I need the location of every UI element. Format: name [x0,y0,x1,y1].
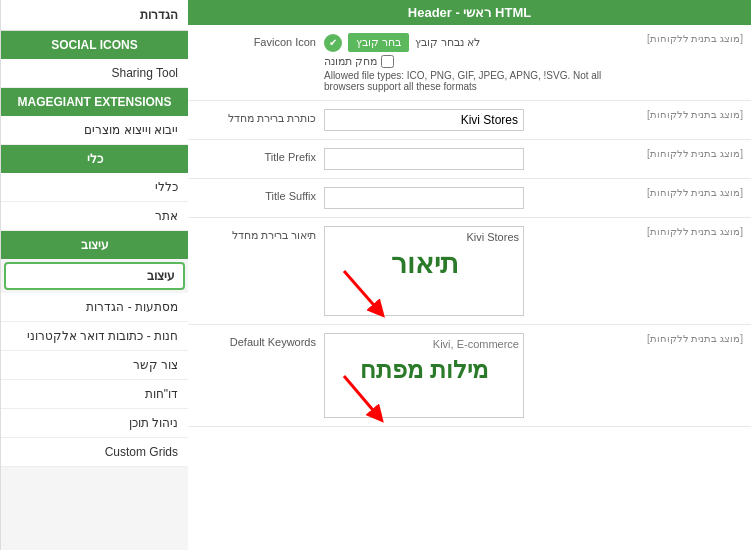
suffix-content [316,185,633,211]
sidebar-item-izuv2[interactable]: צור קשר [1,351,188,380]
title-label: כותרת ברירת מחדל [196,107,316,125]
favicon-row: [מוצג בתנית ללקוחות] ✔ בחר קובץ לא נבחר … [188,25,751,101]
sidebar-item-magegiant[interactable]: ייבוא וייצוא מוצרים [1,116,188,145]
suffix-hint: [מוצג בתנית ללקוחות] [633,185,743,198]
default-title-row: [מוצג בתנית ללקוחות] כותרת ברירת מחדל [188,101,751,140]
sidebar-item-izuv1[interactable]: חנות - כתובות דואר אלקטרוני [1,322,188,351]
title-prefix-row: [מוצג בתנית ללקוחות] Title Prefix [188,140,751,179]
delete-image-row: מחק תמונה [324,55,394,68]
favicon-label: Favicon Icon [196,31,316,48]
sidebar-item-izuv4[interactable]: ניהול תוכן [1,409,188,438]
sidebar-item-sharing-tool[interactable]: Sharing Tool [1,59,188,88]
desc-top-text: Kivi Stores [329,231,519,243]
favicon-content: ✔ בחר קובץ לא נבחר קובץ מחק תמונה Allowe… [316,31,633,94]
delete-image-label: מחק תמונה [324,55,377,68]
file-row: ✔ בחר קובץ לא נבחר קובץ [324,33,480,52]
red-arrow-desc [334,261,394,321]
title-hint: [מוצג בתנית ללקוחות] [633,107,743,120]
no-file-label: לא נבחר קובץ [415,36,480,49]
title-suffix-row: [מוצג בתנית ללקוחות] Title Suffix [188,179,751,218]
desc-label: תיאור ברירת מחדל [196,224,316,242]
title-suffix-input[interactable] [324,187,524,209]
default-title-input[interactable] [324,109,524,131]
svg-line-3 [344,376,378,416]
sidebar: הגדרות SOCIAL ICONS Sharing Tool MAGEGIA… [0,0,188,550]
keywords-box-container: Kivi, E-commerce מילות מפתח [324,333,524,418]
sidebar-item-kli1[interactable]: כללי [1,173,188,202]
sidebar-item-izuv3[interactable]: דו"חות [1,380,188,409]
kw-hint: [מוצג בתנית ללקוחות] [633,331,743,344]
desc-hint: [מוצג בתנית ללקוחות] [633,224,743,237]
main-content: HTML ראשי - Header [מוצג בתנית ללקוחות] … [188,0,751,550]
sidebar-item-izuv-active[interactable]: עיצוב [4,262,185,290]
file-types-text: Allowed file types: ICO, PNG, GIF, JPEG,… [324,70,625,92]
kw-label: Default Keywords [196,331,316,348]
favicon-hint: [מוצג בתנית ללקוחות] [633,31,743,44]
sidebar-item-izuv5[interactable]: Custom Grids [1,438,188,467]
desc-content: Kivi Stores תיאור [316,224,633,318]
red-arrow-kw [334,368,394,423]
page-header: HTML ראשי - Header [188,0,751,25]
izuv-header: עיצוב [1,231,188,259]
keywords-row: [מוצג בתנית ללקוחות] Kivi, E-commerce מי… [188,325,751,427]
title-content [316,107,633,133]
sidebar-item-izuv0[interactable]: מסתעות - הגדרות [1,293,188,322]
file-upload-icon: ✔ [324,34,342,52]
kw-top-text: Kivi, E-commerce [329,338,519,350]
prefix-content [316,146,633,172]
social-icons-header: SOCIAL ICONS [1,31,188,59]
kli-header: כלי [1,145,188,173]
sidebar-item-kli2[interactable]: אתר [1,202,188,231]
prefix-hint: [מוצג בתנית ללקוחות] [633,146,743,159]
prefix-label: Title Prefix [196,146,316,163]
kw-content: Kivi, E-commerce מילות מפתח [316,331,633,420]
sidebar-top-title: הגדרות [1,0,188,31]
suffix-label: Title Suffix [196,185,316,202]
magegiant-header: MAGEGIANT EXTENSIONS [1,88,188,116]
svg-line-1 [344,271,379,311]
title-prefix-input[interactable] [324,148,524,170]
delete-image-checkbox[interactable] [381,55,394,68]
description-row: [מוצג בתנית ללקוחות] Kivi Stores תיאור [188,218,751,325]
description-box-container: Kivi Stores תיאור [324,226,524,316]
form-area: [מוצג בתנית ללקוחות] ✔ בחר קובץ לא נבחר … [188,25,751,550]
choose-file-button[interactable]: בחר קובץ [348,33,409,52]
